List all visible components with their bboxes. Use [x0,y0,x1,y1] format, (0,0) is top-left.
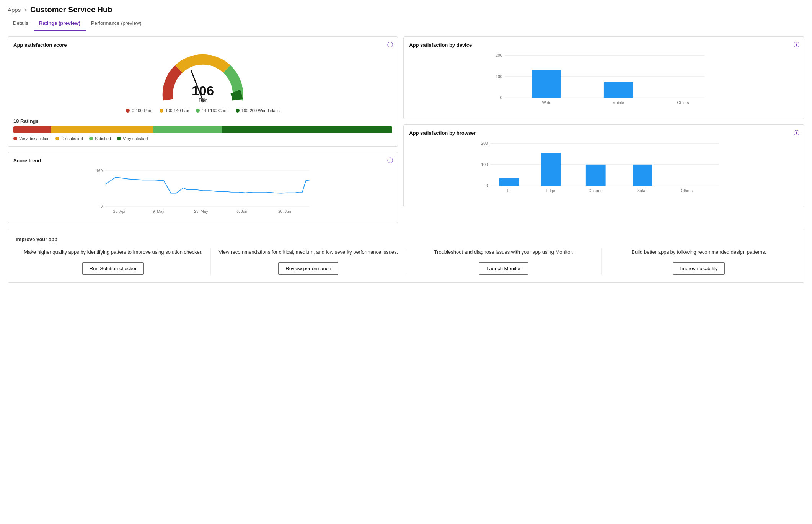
bar-legend-dissatisfied-dot [55,137,59,140]
legend-worldclass: 160-200 World class [236,108,280,113]
bar-chrome [586,165,606,186]
svg-text:IE: IE [507,189,511,193]
bar-ie [499,178,519,186]
gauge-legend: 0-100 Poor 100-140 Fair 140-160 Good 160… [13,108,392,113]
gauge-label-text: Fair [199,98,207,103]
svg-text:Safari: Safari [637,189,647,193]
bar-legend-satisfied-dot [89,137,93,140]
breadcrumb-current: Customer Service Hub [30,5,113,14]
legend-poor-dot [126,109,130,113]
device-chart-svg: 200 100 0 Web Mobile Others [409,51,799,112]
improve-grid: Make higher quality apps by identifying … [16,248,796,275]
legend-fair: 100-140 Fair [160,108,189,113]
svg-text:Web: Web [542,101,550,105]
svg-text:23. May: 23. May [194,209,208,214]
legend-fair-dot [160,109,163,113]
trend-card-title: Score trend [13,158,392,163]
browser-chart-svg: 200 100 0 IE [409,139,799,200]
main-content: App satisfaction score ⓘ [0,36,812,291]
improve-item-3: Build better apps by following recommend… [602,248,796,275]
svg-text:160: 160 [96,169,103,173]
bar-seg-very-dissatisfied [13,126,51,133]
ratings-bar-legend: Very dissatisfied Dissatisfied Satisfied [13,136,392,141]
browser-card-title: App satisfaction by browser [409,130,799,136]
svg-text:9. May: 9. May [153,209,165,214]
gauge-svg: 106 Fair [153,52,253,105]
bar-mobile [604,82,633,98]
bar-edge [541,153,561,186]
bar-seg-satisfied [153,126,222,133]
svg-text:0: 0 [486,184,488,188]
tab-ratings[interactable]: Ratings (preview) [34,16,86,31]
improve-desc-0: Make higher quality apps by identifying … [24,248,202,256]
run-solution-checker-button[interactable]: Run Solution checker [82,262,144,275]
bar-legend-very-dissatisfied: Very dissatisfied [13,136,49,141]
bar-legend-satisfied-label: Satisfied [95,136,111,141]
improve-card-title: Improve your app [16,237,796,242]
legend-poor: 0-100 Poor [126,108,152,113]
legend-fair-label: 100-140 Fair [165,108,189,113]
svg-text:Others: Others [681,189,693,193]
legend-poor-label: 0-100 Poor [132,108,152,113]
browser-card: App satisfaction by browser ⓘ 200 100 0 [403,124,804,207]
trend-chart-svg: 160 0 25. Apr 9. May 23. May 6. Jun 20. … [13,167,392,216]
svg-text:20. Jun: 20. Jun [278,209,291,214]
svg-text:100: 100 [496,75,502,79]
tab-details[interactable]: Details [8,16,34,31]
bar-safari [633,165,652,186]
improve-item-0: Make higher quality apps by identifying … [16,248,211,275]
bar-legend-very-satisfied-dot [117,137,121,140]
bar-legend-satisfied: Satisfied [89,136,111,141]
improve-desc-1: View recommendations for critical, mediu… [219,248,398,256]
bar-legend-very-dissatisfied-dot [13,137,17,140]
improve-item-2: Troubleshoot and diagnose issues with yo… [406,248,602,275]
legend-worldclass-dot [236,109,240,113]
bar-web [532,70,561,98]
browser-info-icon[interactable]: ⓘ [794,129,799,137]
breadcrumb-apps[interactable]: Apps [8,7,21,13]
satisfaction-info-icon[interactable]: ⓘ [387,41,393,49]
legend-good: 140-160 Good [196,108,228,113]
tab-bar: Details Ratings (preview) Performance (p… [0,16,812,31]
svg-text:Chrome: Chrome [589,189,603,193]
right-charts: App satisfaction by device ⓘ 200 100 0 [403,36,804,223]
bar-legend-very-satisfied: Very satisfied [117,136,148,141]
device-card: App satisfaction by device ⓘ 200 100 0 [403,36,804,119]
bar-legend-dissatisfied-label: Dissatisfied [61,136,83,141]
device-info-icon[interactable]: ⓘ [794,41,799,49]
improve-card: Improve your app Make higher quality app… [8,229,804,283]
satisfaction-score-card: App satisfaction score ⓘ [8,36,398,147]
device-card-title: App satisfaction by device [409,42,799,48]
top-row: App satisfaction score ⓘ [8,36,804,223]
svg-text:200: 200 [481,141,488,145]
improve-usability-button[interactable]: Improve usability [673,262,725,275]
breadcrumb-separator: > [24,7,27,13]
ratings-bar [13,126,392,133]
breadcrumb: Apps > Customer Service Hub [0,0,812,16]
improve-item-1: View recommendations for critical, mediu… [211,248,406,275]
improve-desc-3: Build better apps by following recommend… [631,248,766,256]
trend-info-icon[interactable]: ⓘ [387,157,393,164]
launch-monitor-button[interactable]: Launch Monitor [479,262,528,275]
legend-good-label: 140-160 Good [202,108,228,113]
ratings-section: 18 Ratings Very dissatisfied [13,118,392,141]
tab-performance[interactable]: Performance (preview) [86,16,147,31]
gauge-container: 106 Fair [13,52,392,105]
gauge-score-text: 106 [192,83,214,98]
ratings-count: 18 Ratings [13,118,392,124]
bar-seg-very-satisfied [222,126,393,133]
svg-text:25. Apr: 25. Apr [113,209,126,214]
legend-good-dot [196,109,200,113]
legend-worldclass-label: 160-200 World class [241,108,280,113]
trend-card: Score trend ⓘ 160 0 25. Apr 9. May [8,152,398,223]
bar-seg-dissatisfied [51,126,153,133]
svg-text:200: 200 [496,53,502,57]
satisfaction-card-title: App satisfaction score [13,42,392,48]
svg-text:Mobile: Mobile [612,101,624,105]
review-performance-button[interactable]: Review performance [278,262,338,275]
svg-text:100: 100 [481,163,488,167]
svg-text:0: 0 [500,96,502,100]
svg-text:Edge: Edge [546,189,555,193]
improve-desc-2: Troubleshoot and diagnose issues with yo… [434,248,573,256]
bar-legend-very-dissatisfied-label: Very dissatisfied [19,136,49,141]
